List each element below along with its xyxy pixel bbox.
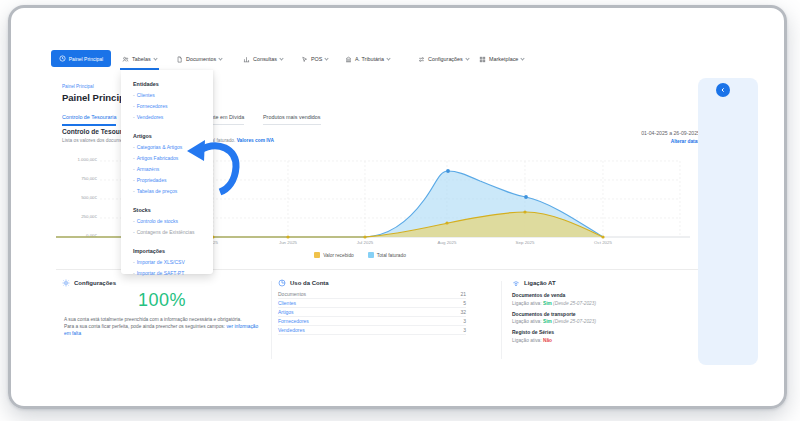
chevron-down-icon (153, 56, 157, 60)
dropdown-section-artigos: Artigos (133, 133, 203, 139)
wifi-icon (512, 279, 520, 287)
x-tick: Aug 2025 (425, 240, 469, 245)
usage-row-clientes: Clientes5 (278, 299, 466, 308)
config-text-2: Para a sua conta ficar perfeita, pode ai… (64, 324, 225, 329)
gear-icon (62, 279, 70, 287)
at-status-list: Documentos de venda Ligação ativa: Sim (… (512, 292, 702, 348)
clock-icon (59, 55, 66, 62)
x-tick: Sep 2025 (503, 240, 547, 245)
expand-panel-button[interactable] (716, 83, 730, 97)
nav-item-marketplace[interactable]: Marketplace (479, 52, 524, 66)
usage-table: Documentos21 Clientes5 Artigos32 Fornece… (278, 290, 466, 335)
usage-row-documentos: Documentos21 (278, 290, 466, 299)
nav-item-configuracoes[interactable]: Configurações (418, 52, 469, 66)
grid-icon (479, 56, 486, 63)
panel-ligacao-at-header: Ligação AT (512, 279, 556, 287)
nav-label: Marketplace (489, 56, 518, 62)
nav-item-consultas[interactable]: Consultas (243, 52, 283, 66)
nav-item-painel-principal[interactable]: Painel Principal (51, 50, 111, 67)
users-icon (122, 56, 129, 63)
bar-chart-icon (243, 56, 250, 63)
legend-swatch-blue (368, 252, 374, 258)
nav-label: Consultas (253, 56, 277, 62)
account-completion-text: A sua conta está totalmente preenchida c… (64, 317, 262, 338)
at-group-documentos-transporte: Documentos de transporte Ligação ativa: … (512, 311, 702, 325)
config-text-1: A sua conta está totalmente preenchida c… (64, 317, 242, 322)
status-badge: Não (543, 338, 552, 343)
x-tick: Oct 2025 (581, 240, 625, 245)
tab-produtos-vendidos[interactable]: Produtos mais vendidos (263, 114, 321, 125)
legend-label: Total faturado (377, 253, 406, 258)
nav-label: Painel Principal (69, 56, 103, 62)
dropdown-item-importar-xls[interactable]: -Importar de XLS/CSV (133, 259, 203, 265)
nav-item-tabelas[interactable]: Tabelas (122, 52, 157, 66)
usage-row-fornecedores: Fornecedores3 (278, 317, 466, 326)
dropdown-item-propriedades[interactable]: -Propriedades (133, 177, 203, 183)
divider (501, 281, 502, 359)
chevron-down-icon (521, 56, 525, 60)
panel-uso-conta-header: Uso da Conta (278, 279, 329, 287)
tabelas-dropdown-menu: Entidades -Clientes -Fornecedores -Vende… (121, 70, 213, 274)
tab-controlo-tesouraria[interactable]: Controlo de Tesouraria (62, 114, 116, 126)
collapsed-side-panel (698, 78, 758, 365)
nav-label: Documentos (186, 56, 216, 62)
date-range: 01-04-2025 a 26-09-2025 (560, 130, 700, 136)
legend-total-faturado[interactable]: Total faturado (368, 252, 406, 258)
nav-label: A. Tributária (355, 56, 384, 62)
dropdown-item-fornecedores[interactable]: -Fornecedores (133, 103, 203, 109)
at-group-registo-series: Registo de Séries Ligação ativa: Não (512, 329, 702, 343)
usage-row-vendedores: Vendedores3 (278, 326, 466, 335)
chevron-down-icon (219, 56, 223, 60)
chevron-left-icon (719, 86, 727, 94)
x-tick: Jul 2025 (343, 240, 387, 245)
dropdown-section-entidades: Entidades (133, 81, 203, 87)
panel-title: Uso da Conta (290, 280, 329, 286)
account-completion-percent: 100% (62, 290, 262, 311)
nav-item-a-tributaria[interactable]: A. Tributária (345, 52, 390, 66)
nav-label: Tabelas (132, 56, 151, 62)
breadcrumb[interactable]: Painel Principal (62, 84, 94, 89)
dropdown-item-clientes[interactable]: -Clientes (133, 92, 203, 98)
valores-com-iva-link[interactable]: Valores com IVA (237, 138, 274, 143)
usage-row-artigos: Artigos32 (278, 308, 466, 317)
chevron-down-icon (279, 56, 283, 60)
divider (271, 281, 272, 359)
panel-configuracoes-header: Configurações (62, 279, 116, 287)
dropdown-item-contagens-existencias[interactable]: -Contagens de Existências (133, 229, 203, 235)
chart-legend: Valor recebido Total faturado (280, 252, 440, 258)
dropdown-item-tabelas-precos[interactable]: -Tabelas de preços (133, 188, 203, 194)
dropdown-item-artigos-fabricados[interactable]: -Artigos Fabricados (133, 155, 203, 161)
legend-valor-recebido[interactable]: Valor recebido (314, 252, 354, 258)
sliders-icon (418, 56, 425, 63)
change-dates-link[interactable]: Alterar datas (560, 139, 700, 144)
panel-title: Ligação AT (524, 280, 556, 286)
nav-label: Configurações (428, 56, 463, 62)
legend-swatch-yellow (314, 252, 320, 258)
document-icon (176, 56, 183, 63)
dropdown-item-categorias-artigos[interactable]: -Categorias & Artigos (133, 144, 203, 150)
dropdown-item-importar-saft[interactable]: -Importar de SAFT-PT (133, 270, 203, 276)
pie-chart-icon (278, 279, 286, 287)
chevron-down-icon (386, 56, 390, 60)
cursor-icon (301, 56, 308, 63)
x-tick: Jun 2025 (266, 240, 310, 245)
dropdown-item-armazens[interactable]: -Armazéns (133, 166, 203, 172)
panel-title: Configurações (74, 280, 116, 286)
nav-item-pos[interactable]: POS (301, 52, 328, 66)
dropdown-item-controlo-stocks[interactable]: -Controlo de stocks (133, 218, 203, 224)
nav-label: POS (311, 56, 322, 62)
chevron-down-icon (465, 56, 469, 60)
building-icon (345, 56, 352, 63)
dropdown-section-stocks: Stocks (133, 207, 203, 213)
status-badge: Sim (543, 319, 552, 324)
dropdown-section-importacoes: Importações (133, 248, 203, 254)
app-window: Painel Principal Tabelas Documentos Cons… (0, 0, 800, 421)
dropdown-item-vendedores[interactable]: -Vendedores (133, 114, 203, 120)
nav-item-documentos[interactable]: Documentos (176, 52, 222, 66)
status-badge: Sim (543, 301, 552, 306)
chevron-down-icon (325, 56, 329, 60)
legend-label: Valor recebido (323, 253, 354, 258)
at-group-documentos-venda: Documentos de venda Ligação ativa: Sim (… (512, 292, 702, 306)
